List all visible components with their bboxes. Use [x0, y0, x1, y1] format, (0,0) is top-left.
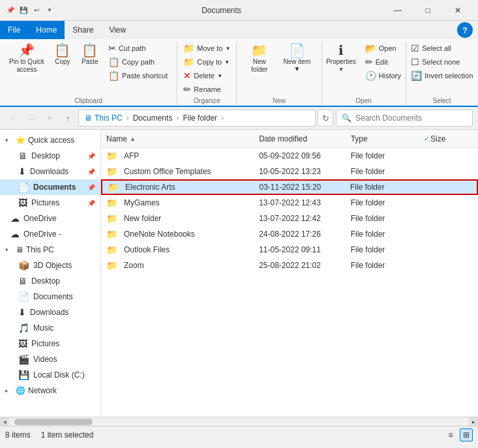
- pin-to-quick-access-button[interactable]: 📌 Pin to Quick access: [5, 42, 48, 76]
- new-item-button[interactable]: 📄 New item ▼: [278, 42, 316, 74]
- sidebar-item-videos[interactable]: 🎬 Videos: [0, 351, 100, 367]
- close-button[interactable]: ✕: [443, 0, 473, 21]
- table-row[interactable]: 📁 Outlook Files 11-05-2022 09:11 File fo…: [101, 242, 478, 258]
- select-none-button[interactable]: ☐ Select none: [407, 55, 477, 68]
- forward-button[interactable]: →: [23, 110, 39, 126]
- folder-icon: 📁: [108, 182, 119, 192]
- search-box[interactable]: 🔍: [336, 110, 473, 127]
- this-pc-section[interactable]: ▾ 🖥 This PC: [0, 242, 100, 258]
- table-row[interactable]: 📁 AFP 05-09-2022 09:56 File folder: [101, 148, 478, 164]
- col-header-name[interactable]: Name ▲: [106, 134, 259, 143]
- up-button[interactable]: ↑: [60, 110, 76, 126]
- invert-selection-button[interactable]: 🔄 Invert selection: [407, 69, 477, 82]
- history-button[interactable]: 🕐 History: [361, 69, 405, 82]
- recent-locations-button[interactable]: ▼: [42, 110, 57, 126]
- col-header-date[interactable]: Date modified: [259, 134, 351, 143]
- file-date-7: 25-08-2022 21:02: [259, 261, 351, 270]
- horizontal-scrollbar[interactable]: ◂ ▸: [0, 417, 478, 426]
- address-box[interactable]: 🖥 This PC › Documents › File folder ›: [78, 110, 316, 127]
- table-row[interactable]: 📁 Electronic Arts 03-11-2022 15:20 File …: [101, 179, 478, 195]
- rename-button[interactable]: ✏ Rename: [179, 83, 234, 96]
- file-type-0: File folder: [351, 151, 424, 160]
- scroll-left-button[interactable]: ◂: [0, 417, 9, 426]
- search-input[interactable]: [355, 113, 467, 123]
- properties-button[interactable]: ℹ Properties ▼: [322, 42, 360, 74]
- sidebar-item-pictures2[interactable]: 🖼 Pictures: [0, 336, 100, 351]
- table-row[interactable]: 📁 Custom Office Templates 10-05-2022 13:…: [101, 164, 478, 179]
- sidebar-item-onedrive1[interactable]: ☁ OneDrive: [0, 211, 100, 226]
- new-folder-button[interactable]: 📁 New folder: [242, 42, 276, 76]
- refresh-button[interactable]: ↻: [318, 110, 333, 127]
- edit-button[interactable]: ✏ Edit: [361, 55, 405, 68]
- sort-arrow: ▲: [130, 136, 136, 142]
- tab-home[interactable]: Home: [28, 21, 65, 39]
- dropdown-icon: ▼: [225, 46, 230, 52]
- table-row[interactable]: 📁 Zoom 25-08-2022 21:02 File folder: [101, 258, 478, 273]
- select-all-button[interactable]: ☑ Select all: [407, 42, 477, 55]
- minimize-button[interactable]: —: [383, 0, 413, 21]
- thispc-label: This PC: [26, 245, 54, 254]
- sidebar-item-documents2[interactable]: 📄 Documents: [0, 289, 100, 305]
- select-none-icon: ☐: [411, 57, 419, 67]
- open-button[interactable]: 📂 Open: [361, 42, 405, 55]
- paste-button[interactable]: 📋 Paste: [77, 42, 103, 67]
- sidebar-item-localdisk[interactable]: 💾 Local Disk (C:): [0, 367, 100, 383]
- sidebar-item-desktop2[interactable]: 🖥 Desktop: [0, 273, 100, 289]
- tab-view[interactable]: View: [101, 21, 134, 39]
- copy-to-button[interactable]: 📁 Copy to ▼: [179, 55, 234, 68]
- copy-path-button[interactable]: 📋 Copy path: [104, 55, 172, 68]
- sidebar-item-downloads[interactable]: ⬇ Downloads 📌: [0, 164, 100, 179]
- clipboard-small-buttons: ✂ Cut path 📋 Copy path 📋 Paste shortcut: [104, 42, 172, 82]
- sidebar-item-pictures[interactable]: 🖼 Pictures 📌: [0, 195, 100, 211]
- quick-access-toolbar: 📌 💾 ↩ ▼: [5, 5, 55, 16]
- selected-count: 1 item selected: [41, 430, 94, 440]
- copy-path-icon: 📋: [108, 57, 119, 67]
- col-header-type[interactable]: Type: [351, 134, 424, 143]
- sidebar-item-onedrive2[interactable]: ☁ OneDrive -: [0, 226, 100, 242]
- paste-shortcut-icon: 📋: [108, 70, 119, 81]
- maximize-button[interactable]: □: [413, 0, 443, 21]
- documents2-icon: 📄: [18, 291, 29, 302]
- sidebar-item-documents[interactable]: 📄 Documents 📌: [0, 179, 100, 195]
- table-row[interactable]: 📁 MyGames 13-07-2022 12:43 File folder: [101, 195, 478, 211]
- sidebar-label-downloads2: Downloads: [30, 308, 68, 317]
- downloads-icon: ⬇: [18, 166, 26, 177]
- sidebar-item-downloads2[interactable]: ⬇ Downloads: [0, 305, 100, 320]
- large-icons-view-button[interactable]: ⊞: [460, 428, 473, 441]
- tab-share[interactable]: Share: [65, 21, 101, 39]
- pin-icon[interactable]: 📌: [5, 5, 16, 16]
- dropdown-icon: ▼: [338, 67, 344, 72]
- save-icon[interactable]: 💾: [18, 5, 29, 16]
- back-button[interactable]: ←: [5, 110, 21, 126]
- copy-button[interactable]: 📋 Copy: [50, 42, 76, 67]
- undo-icon[interactable]: ↩: [31, 5, 42, 16]
- move-to-button[interactable]: 📁 Move to ▼: [179, 42, 234, 55]
- scroll-track[interactable]: [9, 417, 469, 426]
- scroll-thumb[interactable]: [14, 419, 93, 425]
- sidebar-item-music[interactable]: 🎵 Music: [0, 320, 100, 336]
- scroll-right-button[interactable]: ▸: [469, 417, 478, 426]
- help-button[interactable]: ?: [457, 22, 473, 38]
- table-row[interactable]: 📁 New folder 13-07-2022 12:42 File folde…: [101, 211, 478, 226]
- sidebar-item-desktop[interactable]: 🖥 Desktop 📌: [0, 148, 100, 164]
- file-date-0: 05-09-2022 09:56: [259, 151, 351, 160]
- pin-icon: 📌: [18, 44, 35, 57]
- pin-indicator: 📌: [87, 184, 95, 191]
- sidebar-label-desktop: Desktop: [31, 151, 60, 160]
- quick-access-section[interactable]: ▾ ⭐ Quick access: [0, 132, 100, 148]
- dropdown-arrow-icon[interactable]: ▼: [44, 5, 55, 16]
- details-view-button[interactable]: ≡: [444, 428, 457, 441]
- cut-path-button[interactable]: ✂ Cut path: [104, 42, 172, 55]
- table-row[interactable]: 📁 OneNote Notebooks 24-08-2022 17:26 Fil…: [101, 226, 478, 242]
- tab-file[interactable]: File: [0, 21, 28, 39]
- delete-button[interactable]: ✕ Delete ▼: [179, 69, 234, 82]
- col-header-size[interactable]: ✓ Size: [424, 134, 473, 143]
- thispc-icon: 🖥: [16, 245, 23, 254]
- network-section[interactable]: ▸ 🌐 Network: [0, 383, 100, 398]
- sidebar-item-3dobjects[interactable]: 📦 3D Objects: [0, 258, 100, 273]
- file-name-0: 📁 AFP: [106, 151, 259, 161]
- main-layout: ▾ ⭐ Quick access 🖥 Desktop 📌 ⬇ Downloads…: [0, 130, 478, 417]
- paste-shortcut-button[interactable]: 📋 Paste shortcut: [104, 69, 172, 82]
- desktop2-icon: 🖥: [18, 276, 27, 286]
- file-name-2: 📁 Electronic Arts: [108, 182, 260, 192]
